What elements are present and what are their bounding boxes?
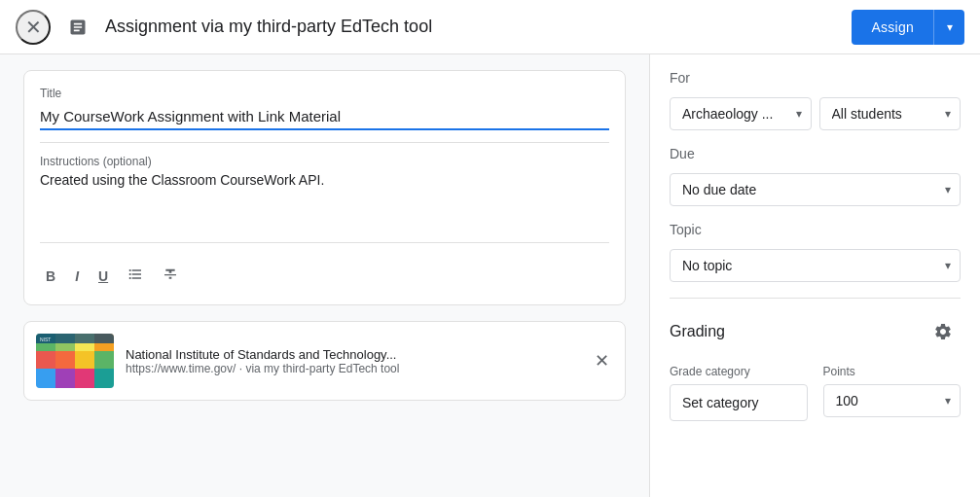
doc-icon (62, 12, 93, 43)
grading-header: Grading (670, 314, 961, 349)
grading-settings-button[interactable] (926, 314, 961, 349)
assign-dropdown-button[interactable]: ▾ (933, 10, 964, 45)
due-select[interactable]: No due date (670, 173, 961, 206)
right-panel: For Archaeology ... ▾ All students ▾ Due (649, 54, 980, 497)
svg-rect-9 (36, 369, 55, 388)
assign-button[interactable]: Assign (852, 10, 933, 45)
students-select[interactable]: All students (819, 97, 962, 130)
chevron-down-icon: ▾ (947, 20, 953, 34)
title-input[interactable] (40, 104, 609, 130)
left-panel: Title Instructions (optional) Created us… (0, 54, 649, 497)
close-button[interactable]: ✕ (16, 10, 51, 45)
students-select-wrapper: All students ▾ (819, 97, 962, 130)
title-label: Title (40, 87, 609, 100)
grade-row: Grade category Set category Points 100 U… (670, 365, 961, 421)
due-label: Due (670, 146, 961, 161)
svg-rect-7 (75, 351, 94, 369)
title-field: Title (40, 87, 609, 130)
bold-button[interactable]: B (40, 265, 61, 288)
points-label: Points (823, 365, 962, 378)
underline-button[interactable]: U (92, 265, 114, 288)
link-title: National Institute of Standards and Tech… (126, 347, 579, 362)
toolbar-divider (40, 242, 609, 243)
grade-category-col: Grade category Set category (670, 365, 808, 421)
list-button[interactable] (122, 263, 149, 289)
strikethrough-button[interactable] (157, 263, 184, 289)
due-select-wrapper: No due date ▾ (670, 173, 961, 206)
gear-icon (933, 322, 953, 341)
link-thumbnail: NIST (36, 334, 114, 388)
svg-rect-8 (94, 351, 114, 369)
formatting-toolbar: B I U (40, 255, 609, 289)
page-title: Assignment via my third-party EdTech too… (105, 17, 840, 37)
link-attachment-card: NIST National Institute of Standards and… (23, 321, 626, 401)
italic-button[interactable]: I (69, 265, 85, 288)
main-content: Title Instructions (optional) Created us… (0, 54, 980, 497)
instructions-field: Instructions (optional) Created using th… (40, 155, 609, 231)
grading-title: Grading (670, 323, 725, 340)
points-col: Points 100 Ungraded ▾ (823, 365, 962, 421)
close-icon: ✕ (25, 16, 42, 39)
svg-text:NIST: NIST (40, 337, 51, 342)
class-select[interactable]: Archaeology ... (670, 97, 812, 130)
topic-section: Topic No topic ▾ (670, 222, 961, 282)
remove-link-button[interactable]: ✕ (591, 346, 613, 375)
set-category-button[interactable]: Set category (670, 384, 808, 421)
svg-rect-11 (75, 369, 94, 388)
for-label: For (670, 70, 961, 86)
svg-rect-5 (36, 351, 55, 369)
class-select-wrapper: Archaeology ... ▾ (670, 97, 812, 130)
link-info: National Institute of Standards and Tech… (126, 347, 579, 375)
close-icon: ✕ (595, 350, 609, 372)
grade-category-label: Grade category (670, 365, 808, 378)
instructions-text[interactable]: Created using the Classroom CourseWork A… (40, 172, 609, 231)
topic-select-wrapper: No topic ▾ (670, 249, 961, 282)
for-section: For Archaeology ... ▾ All students ▾ (670, 70, 961, 130)
due-section: Due No due date ▾ (670, 146, 961, 206)
points-select[interactable]: 100 Ungraded (823, 384, 962, 417)
topbar: ✕ Assignment via my third-party EdTech t… (0, 0, 980, 54)
grading-divider (670, 298, 961, 299)
assign-button-group: Assign ▾ (852, 10, 964, 45)
grading-section: Grading Grade category Set category Poin… (670, 314, 961, 421)
assignment-card: Title Instructions (optional) Created us… (23, 70, 626, 305)
topic-select[interactable]: No topic (670, 249, 961, 282)
points-wrapper: 100 Ungraded ▾ (823, 384, 962, 417)
for-selects-row: Archaeology ... ▾ All students ▾ (670, 97, 961, 130)
svg-rect-6 (55, 351, 75, 369)
field-divider (40, 142, 609, 143)
svg-rect-10 (55, 369, 75, 388)
svg-rect-12 (94, 369, 114, 388)
instructions-label: Instructions (optional) (40, 155, 609, 168)
topic-label: Topic (670, 222, 961, 237)
link-url: https://www.time.gov/ · via my third-par… (126, 362, 579, 375)
